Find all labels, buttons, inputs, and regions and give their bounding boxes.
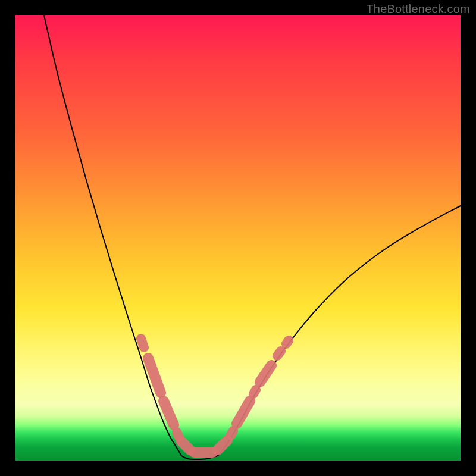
marker-capsule-11 [277, 351, 281, 356]
plot-area [15, 15, 461, 461]
marker-layer [141, 339, 289, 452]
marker-capsule-2 [164, 401, 174, 425]
watermark-text: TheBottleneck.com [366, 2, 470, 16]
marker-capsule-7 [231, 431, 233, 435]
marker-capsule-0 [141, 339, 144, 347]
marker-capsule-12 [286, 340, 289, 344]
curve-right-branch [218, 206, 461, 456]
marker-capsule-4 [181, 441, 190, 450]
marker-capsule-9 [253, 390, 256, 394]
outer-frame: TheBottleneck.com [0, 0, 476, 476]
marker-capsule-10 [260, 365, 271, 382]
marker-capsule-3 [177, 432, 179, 437]
marker-capsule-8 [237, 401, 250, 424]
marker-capsule-6 [218, 440, 227, 450]
chart-svg [15, 15, 461, 461]
